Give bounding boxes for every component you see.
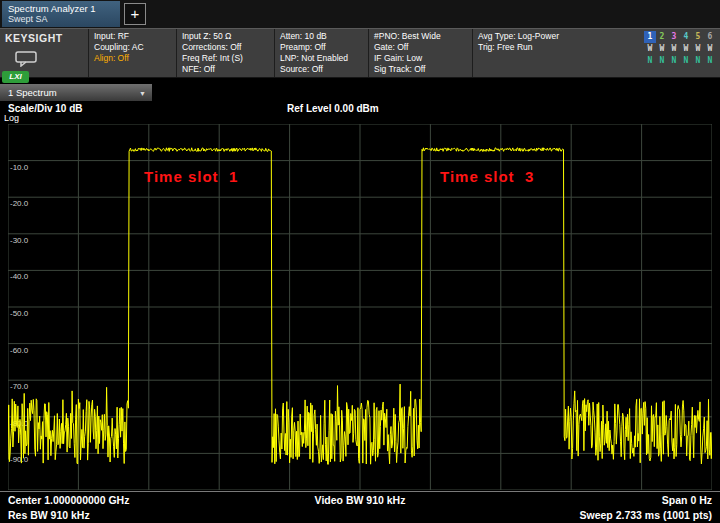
tab-bar: Spectrum Analyzer 1 Swept SA +	[0, 0, 720, 28]
trace-indicator[interactable]: N	[656, 55, 668, 67]
trace-indicator[interactable]: W	[668, 43, 680, 55]
header-col-corrections: Input Z: 50 Ω Corrections: Off Freq Ref:…	[176, 29, 274, 77]
setting-line: Gate: Off	[374, 42, 467, 53]
time-slot-1-annotation: Time slot 1	[144, 168, 238, 185]
sweep-time-label: Sweep 2.733 ms (1001 pts)	[580, 509, 713, 521]
measurement-selector[interactable]: 1 Spectrum ▼	[0, 84, 152, 101]
measurement-label: 1 Spectrum	[8, 87, 57, 98]
brand-block: KEYSIGHT	[0, 29, 88, 77]
setting-line-align: Align: Off	[94, 53, 171, 64]
res-bw-label: Res BW 910 kHz	[8, 509, 90, 521]
spectrum-graph: -10.0-20.0-30.0-40.0-50.0-60.0-70.0-80.0…	[8, 124, 712, 490]
measurement-bar: 1 Spectrum ▼	[0, 84, 720, 101]
svg-text:-50.0: -50.0	[10, 309, 29, 318]
setting-line: Freq Ref: Int (S)	[182, 53, 269, 64]
setting-line: Input: RF	[94, 31, 171, 42]
spectrum-analyzer-window: Spectrum Analyzer 1 Swept SA + KEYSIGHT …	[0, 0, 720, 523]
svg-text:-40.0: -40.0	[10, 272, 29, 281]
span-label: Span 0 Hz	[662, 494, 712, 506]
trace-indicator[interactable]: N	[644, 55, 656, 67]
svg-text:-60.0: -60.0	[10, 346, 29, 355]
setting-line: Corrections: Off	[182, 42, 269, 53]
setting-line: Preamp: Off	[280, 42, 363, 53]
trace-indicator[interactable]: 2	[656, 31, 668, 43]
svg-text:-10.0: -10.0	[10, 163, 29, 172]
trace-indicator[interactable]: N	[692, 55, 704, 67]
svg-text:-30.0: -30.0	[10, 236, 29, 245]
time-slot-3-annotation: Time slot 3	[440, 168, 534, 185]
keysight-logo: KEYSIGHT	[5, 32, 83, 44]
svg-text:-70.0: -70.0	[10, 382, 29, 391]
setting-line: LNP: Not Enabled	[280, 53, 363, 64]
setting-line: Source: Off	[280, 64, 363, 75]
trace-indicator[interactable]: 5	[692, 31, 704, 43]
annotation-footer: Center 1.000000000 GHz Video BW 910 kHz …	[0, 491, 720, 523]
setting-line: Input Z: 50 Ω	[182, 31, 269, 42]
video-bw-label: Video BW 910 kHz	[315, 494, 406, 506]
header-col-avg-trig: Avg Type: Log-Power Trig: Free Run	[472, 29, 642, 77]
message-bubble-icon[interactable]	[15, 51, 39, 67]
add-tab-button[interactable]: +	[124, 3, 146, 25]
chevron-down-icon: ▼	[139, 85, 146, 102]
setting-line: Avg Type: Log-Power	[478, 31, 637, 42]
settings-header: KEYSIGHT Input: RF Coupling: AC Align: O…	[0, 28, 720, 78]
graticule-area: -10.0-20.0-30.0-40.0-50.0-60.0-70.0-80.0…	[8, 124, 712, 490]
setting-line: NFE: Off	[182, 64, 269, 75]
setting-line: Coupling: AC	[94, 42, 171, 53]
ref-level-label: Ref Level 0.00 dBm	[287, 103, 379, 114]
trace-indicator[interactable]: 6	[704, 31, 716, 43]
footer-row-2: Res BW 910 kHz Sweep 2.733 ms (1001 pts)	[0, 507, 720, 522]
setting-line: Sig Track: Off	[374, 64, 467, 75]
trace-indicator[interactable]: W	[656, 43, 668, 55]
trace-indicator[interactable]: N	[680, 55, 692, 67]
log-scale-label: Log	[4, 113, 19, 123]
setting-line: IF Gain: Low	[374, 53, 467, 64]
trace-indicator[interactable]: W	[680, 43, 692, 55]
trace-indicator[interactable]: 4	[680, 31, 692, 43]
setting-line: #PNO: Best Wide	[374, 31, 467, 42]
svg-text:-90.0: -90.0	[10, 455, 29, 464]
header-col-pno: #PNO: Best Wide Gate: Off IF Gain: Low S…	[368, 29, 472, 77]
trace-indicator[interactable]: W	[704, 43, 716, 55]
trace-indicator[interactable]: N	[668, 55, 680, 67]
tab-spectrum-analyzer-1[interactable]: Spectrum Analyzer 1 Swept SA	[2, 1, 120, 27]
trace-indicator[interactable]: W	[644, 43, 656, 55]
tab-title: Spectrum Analyzer 1	[8, 3, 114, 14]
trace-indicator[interactable]: 3	[668, 31, 680, 43]
footer-row-1: Center 1.000000000 GHz Video BW 910 kHz …	[0, 492, 720, 507]
svg-text:-20.0: -20.0	[10, 199, 29, 208]
scale-per-div-label: Scale/Div 10 dB	[8, 103, 82, 114]
setting-line: Trig: Free Run	[478, 42, 637, 53]
lxi-badge: LXI	[2, 71, 29, 83]
setting-line: Atten: 10 dB	[280, 31, 363, 42]
trace-indicator[interactable]: W	[692, 43, 704, 55]
header-col-atten: Atten: 10 dB Preamp: Off LNP: Not Enable…	[274, 29, 368, 77]
tab-subtitle: Swept SA	[8, 14, 114, 25]
trace-indicator[interactable]: 1	[644, 31, 656, 43]
trace-indicator[interactable]: N	[704, 55, 716, 67]
trace-indicator-grid: 123456WWWWWWNNNNNN	[642, 29, 720, 77]
center-frequency-label: Center 1.000000000 GHz	[8, 494, 129, 506]
header-col-input: Input: RF Coupling: AC Align: Off	[88, 29, 176, 77]
